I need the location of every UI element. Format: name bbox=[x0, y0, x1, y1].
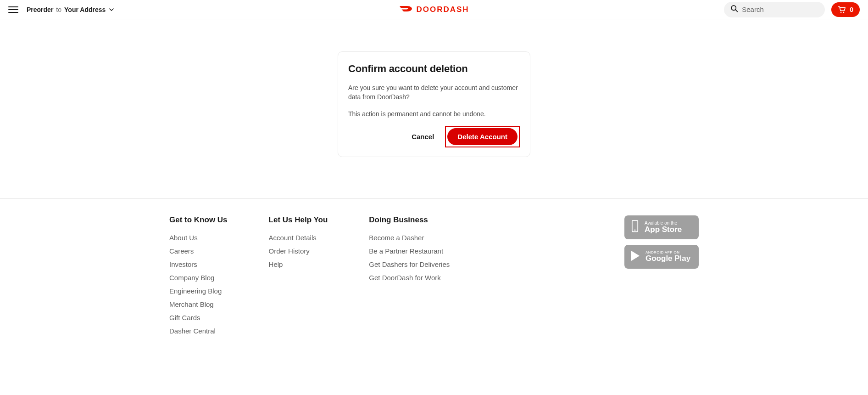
modal-body-1: Are you sure you want to delete your acc… bbox=[348, 83, 520, 102]
footer-store-badges: Available on the App Store ANDROID APP O… bbox=[624, 215, 699, 340]
appstore-big: App Store bbox=[645, 226, 682, 234]
footer-inner: Get to Know Us About Us Careers Investor… bbox=[166, 215, 702, 340]
chevron-down-icon bbox=[109, 6, 114, 13]
google-play-badge[interactable]: ANDROID APP ON Google Play bbox=[624, 245, 699, 269]
cancel-button[interactable]: Cancel bbox=[401, 128, 445, 145]
footer-col-help: Let Us Help You Account Details Order Hi… bbox=[269, 215, 328, 340]
search-icon bbox=[730, 5, 738, 14]
google-play-icon bbox=[630, 250, 641, 264]
footer-link[interactable]: Dasher Central bbox=[169, 327, 228, 335]
footer-link[interactable]: Be a Partner Restaurant bbox=[369, 247, 450, 255]
footer-link[interactable]: Careers bbox=[169, 247, 228, 255]
to-label: to bbox=[56, 6, 61, 13]
footer-link[interactable]: Become a Dasher bbox=[369, 234, 450, 242]
footer-heading: Let Us Help You bbox=[269, 215, 328, 225]
header-left: Preorder to Your Address bbox=[8, 5, 114, 15]
footer-heading: Doing Business bbox=[369, 215, 450, 225]
cart-icon bbox=[838, 6, 846, 13]
footer-heading: Get to Know Us bbox=[169, 215, 228, 225]
app-store-badge[interactable]: Available on the App Store bbox=[624, 215, 699, 239]
page-footer: Get to Know Us About Us Careers Investor… bbox=[0, 199, 868, 340]
modal-title: Confirm account deletion bbox=[348, 63, 520, 75]
search-box[interactable] bbox=[724, 2, 825, 17]
svg-point-2 bbox=[840, 11, 842, 13]
brand-logo[interactable]: DOORDASH bbox=[399, 5, 469, 15]
footer-link[interactable]: Merchant Blog bbox=[169, 300, 228, 308]
confirm-deletion-card: Confirm account deletion Are you sure yo… bbox=[338, 51, 530, 157]
svg-point-3 bbox=[843, 11, 845, 13]
svg-line-1 bbox=[736, 10, 738, 11]
delete-account-button[interactable]: Delete Account bbox=[447, 128, 517, 145]
footer-link[interactable]: Gift Cards bbox=[169, 314, 228, 322]
footer-col-know-us: Get to Know Us About Us Careers Investor… bbox=[169, 215, 228, 340]
header-right: 0 bbox=[724, 2, 860, 17]
footer-col-business: Doing Business Become a Dasher Be a Part… bbox=[369, 215, 450, 340]
cart-count: 0 bbox=[850, 6, 853, 13]
footer-link[interactable]: Company Blog bbox=[169, 274, 228, 282]
doordash-logo-mark-icon bbox=[399, 5, 412, 15]
modal-body-2: This action is permanent and cannot be u… bbox=[348, 109, 520, 118]
preorder-label: Preorder bbox=[27, 6, 53, 13]
hamburger-menu-icon[interactable] bbox=[8, 5, 18, 15]
apple-icon bbox=[630, 220, 640, 235]
footer-link[interactable]: Account Details bbox=[269, 234, 328, 242]
footer-link[interactable]: Engineering Blog bbox=[169, 287, 228, 295]
brand-name: DOORDASH bbox=[416, 5, 469, 14]
delete-button-highlight: Delete Account bbox=[445, 126, 520, 147]
footer-link[interactable]: Order History bbox=[269, 247, 328, 255]
main-content: Confirm account deletion Are you sure yo… bbox=[0, 19, 868, 199]
svg-point-0 bbox=[731, 6, 736, 10]
footer-link[interactable]: Get DoorDash for Work bbox=[369, 274, 450, 282]
footer-link[interactable]: Get Dashers for Deliveries bbox=[369, 260, 450, 268]
cart-button[interactable]: 0 bbox=[831, 2, 860, 17]
svg-point-5 bbox=[634, 229, 636, 231]
delivery-address-selector[interactable]: Preorder to Your Address bbox=[27, 6, 114, 13]
search-input[interactable] bbox=[742, 6, 818, 13]
app-header: Preorder to Your Address DOORDASH 0 bbox=[0, 0, 868, 19]
footer-link[interactable]: Help bbox=[269, 260, 328, 268]
footer-link[interactable]: About Us bbox=[169, 234, 228, 242]
modal-actions: Cancel Delete Account bbox=[348, 126, 520, 147]
footer-link[interactable]: Investors bbox=[169, 260, 228, 268]
playstore-big: Google Play bbox=[645, 254, 690, 263]
address-label: Your Address bbox=[64, 6, 106, 13]
